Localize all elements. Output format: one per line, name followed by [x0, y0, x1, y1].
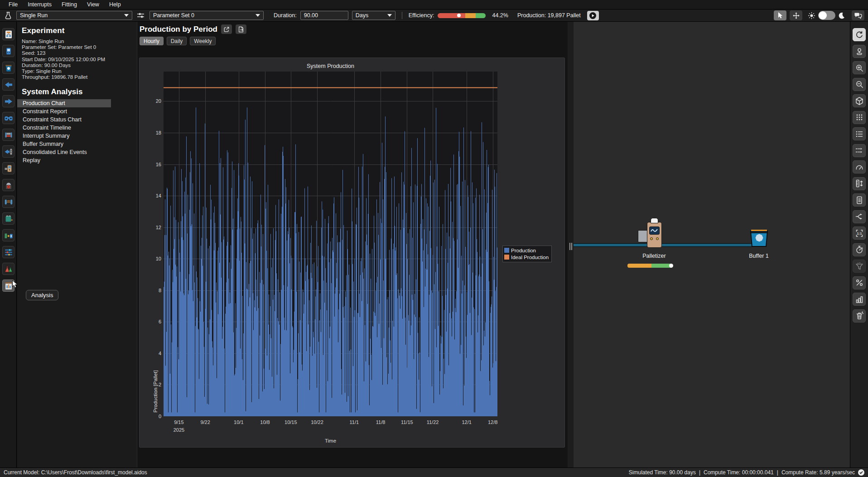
- nav-consolidated-line-events[interactable]: Consolidated Line Events: [17, 148, 137, 156]
- viewbar-list-icon[interactable]: [853, 127, 866, 140]
- status-separator: |: [777, 469, 778, 476]
- status-bar: Current Model: C:\Users\Frost\Downloads\…: [0, 467, 868, 477]
- toolbox-merge-icon[interactable]: [2, 78, 14, 91]
- toolbox-combiner-icon[interactable]: [2, 229, 14, 241]
- tab-daily[interactable]: Daily: [167, 37, 187, 45]
- progress-orange: [627, 264, 651, 268]
- compute-time: Compute Time: 00:00:00.041: [704, 469, 774, 476]
- toolbox-conveyor-icon[interactable]: [2, 196, 14, 208]
- experiment-fields: Name: Single Run Parameter Set: Paramete…: [22, 39, 137, 80]
- x-axis-label: Time: [164, 438, 497, 443]
- toolbox-binoculars-icon[interactable]: [2, 112, 14, 124]
- viewbar-zoom-in-icon[interactable]: [853, 61, 866, 74]
- experiment-field-seed: Seed: 123: [22, 50, 137, 56]
- external-link-icon: [223, 26, 230, 33]
- production-readout: Production: 19,897 Pallet: [517, 12, 581, 19]
- progress-dot: [669, 264, 673, 268]
- menu-interrupts[interactable]: Interrupts: [24, 0, 56, 9]
- parameter-settings-icon[interactable]: [136, 11, 145, 20]
- progress-green: [651, 264, 671, 268]
- viewbar-flow-arrows-icon[interactable]: [853, 144, 866, 157]
- model-view: Palletizer Buffer 1: [574, 22, 850, 467]
- run-simulation-button[interactable]: [587, 11, 599, 20]
- viewbar-gauge-icon[interactable]: [853, 160, 866, 173]
- chevron-down-icon: [256, 14, 260, 17]
- viewbar-one-to-one-icon[interactable]: 1:1: [853, 226, 866, 240]
- duration-input[interactable]: [300, 11, 348, 20]
- application-window: File Interrupts Fitting View Help Single…: [0, 0, 868, 477]
- palletizer-button-left: [650, 237, 653, 240]
- nav-constraint-status-chart[interactable]: Constraint Status Chart: [17, 116, 137, 124]
- y-tick-label: 4: [141, 351, 161, 356]
- toolbox-tank-icon[interactable]: [2, 212, 14, 225]
- viewbar-fork-split-icon[interactable]: [853, 210, 866, 223]
- toolbox-constraint-icon[interactable]: [2, 129, 14, 141]
- palletizer-screen: [649, 226, 660, 235]
- menu-fitting[interactable]: Fitting: [58, 0, 81, 9]
- toolbox-split-icon[interactable]: [2, 95, 14, 107]
- chat-button[interactable]: [852, 10, 864, 20]
- analysis-sidebar: Experiment Name: Single Run Parameter Se…: [17, 22, 137, 467]
- parameter-set-select[interactable]: Parameter Set 0: [149, 11, 264, 20]
- toolbox-experiment-flowchart-icon[interactable]: [2, 28, 14, 40]
- experiment-field-type: Type: Single Run: [22, 68, 137, 74]
- toolbox-constraint-timeline-icon[interactable]: [2, 145, 14, 158]
- play-icon: [589, 12, 597, 19]
- efficiency-gauge: [438, 13, 486, 18]
- legend-swatch-ideal-production: [504, 255, 509, 260]
- analysis-tooltip: Analysis: [26, 290, 58, 300]
- sun-icon: [808, 12, 815, 19]
- toolbox-replay-icon[interactable]: [2, 179, 14, 191]
- conveyor-line: [574, 243, 760, 247]
- viewbar-grid-dots-icon[interactable]: [853, 111, 866, 124]
- y-tick-label: 20: [141, 98, 161, 104]
- buffer-label: Buffer 1: [732, 253, 786, 259]
- viewbar-trash-icon[interactable]: [853, 309, 866, 323]
- viewbar-cube-3d-icon[interactable]: [853, 94, 866, 107]
- nav-production-chart[interactable]: Production Chart: [17, 99, 111, 107]
- tab-weekly[interactable]: Weekly: [190, 37, 216, 45]
- toolbox-sliders-icon[interactable]: [2, 246, 14, 258]
- parameter-set-value: Parameter Set 0: [153, 12, 194, 19]
- nav-constraint-report[interactable]: Constraint Report: [17, 107, 137, 116]
- x-tick-label: 12/1: [456, 419, 477, 425]
- nav-buffer-summary[interactable]: Buffer Summary: [17, 140, 137, 148]
- menu-view[interactable]: View: [83, 0, 103, 9]
- duration-label: Duration:: [274, 12, 297, 19]
- toolbox-bucket-icon[interactable]: [2, 62, 14, 74]
- legend-label-ideal-production: Ideal Production: [511, 255, 549, 260]
- experiment-heading: Experiment: [22, 26, 137, 35]
- nav-constraint-timeline[interactable]: Constraint Timeline: [17, 124, 137, 132]
- menu-help[interactable]: Help: [105, 0, 125, 9]
- toolbox-fitting-flasks-icon[interactable]: [2, 263, 14, 275]
- toolbox-buffer-icon[interactable]: [2, 162, 14, 174]
- y-tick-label: 14: [141, 193, 161, 198]
- viewbar-container-levels-icon[interactable]: [853, 193, 866, 207]
- experiment-field-name: Name: Single Run: [22, 39, 137, 44]
- pan-move-button[interactable]: [790, 10, 802, 20]
- viewbar-zoom-out-icon[interactable]: [853, 78, 866, 91]
- menu-file[interactable]: File: [5, 0, 22, 9]
- mouse-cursor: [11, 280, 18, 289]
- export-button[interactable]: [236, 24, 246, 34]
- viewbar-funnel-filter-icon[interactable]: [853, 260, 866, 273]
- duration-unit-select[interactable]: Days: [352, 11, 395, 20]
- run-mode-select[interactable]: Single Run: [16, 11, 132, 20]
- nav-replay[interactable]: Replay: [17, 156, 137, 164]
- palletizer-cap: [651, 218, 658, 223]
- panel-splitter[interactable]: [568, 22, 574, 467]
- viewbar-bar-chart-icon[interactable]: [853, 293, 866, 306]
- experiment-flask-icon: [4, 11, 13, 20]
- select-cursor-button[interactable]: [774, 10, 786, 20]
- theme-toggle[interactable]: [818, 11, 835, 20]
- viewbar-stopwatch-icon[interactable]: [853, 243, 866, 256]
- open-external-button[interactable]: [221, 24, 232, 34]
- splitter-handle[interactable]: [569, 243, 572, 250]
- viewbar-reset-view-icon[interactable]: [853, 28, 866, 41]
- nav-interrupt-summary[interactable]: Interrupt Summary: [17, 132, 137, 140]
- viewbar-percent-icon[interactable]: [853, 276, 866, 289]
- toolbox-machine-icon[interactable]: [2, 45, 14, 57]
- tab-hourly[interactable]: Hourly: [140, 37, 164, 45]
- viewbar-ruler-resize-icon[interactable]: [853, 177, 866, 190]
- viewbar-locate-icon[interactable]: [853, 45, 866, 58]
